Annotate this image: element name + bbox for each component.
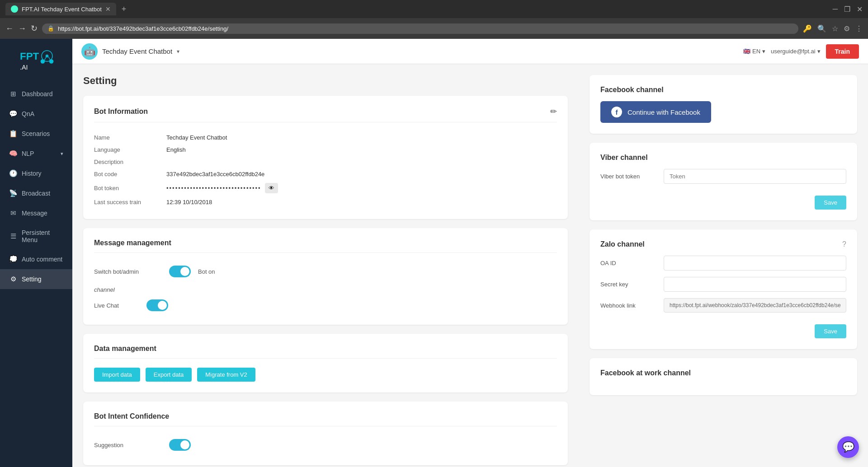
qna-icon: 💬 bbox=[9, 110, 17, 118]
sidebar-navigation: ⊞ Dashboard 💬 QnA 📋 Scenarios 🧠 NLP ▾ 🕐 … bbox=[0, 84, 72, 289]
suggestion-toggle[interactable] bbox=[169, 439, 191, 451]
sidebar-label-broadcast: Broadcast bbox=[22, 190, 50, 197]
chat-bubble-button[interactable]: 💬 bbox=[837, 436, 859, 458]
info-row-description: Description bbox=[94, 156, 557, 168]
suggestion-slider bbox=[169, 439, 191, 451]
close-button[interactable]: ✕ bbox=[857, 5, 863, 14]
zalo-oa-id-input[interactable] bbox=[664, 256, 846, 271]
sidebar-item-dashboard[interactable]: ⊞ Dashboard bbox=[0, 84, 72, 104]
suggestion-label: Suggestion bbox=[94, 442, 162, 448]
browser-tab[interactable]: FPT.AI Techday Event Chatbot ✕ bbox=[5, 3, 116, 15]
zalo-save-button[interactable]: Save bbox=[815, 324, 846, 338]
sidebar-item-setting[interactable]: ⚙ Setting bbox=[0, 269, 72, 289]
bot-dropdown-icon[interactable]: ▾ bbox=[177, 48, 179, 55]
sidebar-item-broadcast[interactable]: 📡 Broadcast bbox=[0, 183, 72, 203]
switch-toggle[interactable] bbox=[169, 266, 191, 277]
cast-icon[interactable]: 🔑 bbox=[803, 24, 812, 33]
language-selector[interactable]: 🇬🇧 EN ▾ bbox=[743, 48, 765, 55]
migrate-button[interactable]: Migrate from V2 bbox=[197, 368, 255, 382]
zalo-webhook-row: Webhook link bbox=[600, 298, 846, 313]
menu-icon[interactable]: ⋮ bbox=[855, 24, 863, 33]
user-account[interactable]: userguide@fpt.ai ▾ bbox=[771, 48, 820, 55]
bot-info-card: Bot Information ✏ Name Techday Event Cha… bbox=[83, 96, 568, 219]
svg-line-6 bbox=[44, 57, 47, 61]
new-tab-button[interactable]: + bbox=[122, 5, 127, 14]
export-data-button[interactable]: Export data bbox=[146, 368, 192, 382]
last-train-value: 12:39 10/10/2018 bbox=[166, 199, 212, 205]
switch-status: Bot on bbox=[198, 268, 215, 275]
sidebar-item-persistent-menu[interactable]: ☰ Persistent Menu bbox=[0, 223, 72, 249]
sidebar-item-message[interactable]: ✉ Message bbox=[0, 203, 72, 223]
live-chat-label: Live Chat bbox=[94, 302, 139, 309]
maximize-button[interactable]: ❐ bbox=[844, 5, 850, 14]
sidebar-item-scenarios[interactable]: 📋 Scenarios bbox=[0, 124, 72, 144]
sidebar-item-nlp[interactable]: 🧠 NLP ▾ bbox=[0, 144, 72, 163]
search-icon[interactable]: 🔍 bbox=[817, 24, 826, 33]
viber-channel-card: Viber channel Viber bot token Save bbox=[590, 143, 857, 220]
extension-icon[interactable]: ⚙ bbox=[844, 24, 850, 33]
chat-bubble-icon: 💬 bbox=[842, 441, 854, 453]
forward-button[interactable]: → bbox=[18, 24, 26, 33]
zalo-oa-id-label: OA ID bbox=[600, 260, 664, 266]
sidebar-label-qna: QnA bbox=[22, 110, 34, 117]
live-chat-toggle[interactable] bbox=[146, 299, 168, 311]
bookmark-icon[interactable]: ☆ bbox=[832, 24, 838, 33]
sidebar-item-auto-comment[interactable]: 💭 Auto comment bbox=[0, 249, 72, 269]
sidebar-label-dashboard: Dashboard bbox=[22, 90, 53, 98]
language-value: English bbox=[166, 146, 186, 153]
url-input[interactable] bbox=[58, 25, 793, 32]
data-buttons: Import data Export data Migrate from V2 bbox=[94, 368, 557, 382]
reload-button[interactable]: ↻ bbox=[31, 23, 38, 33]
bot-avatar: 🤖 bbox=[81, 43, 98, 60]
zalo-help-icon[interactable]: ? bbox=[842, 240, 846, 248]
svg-line-7 bbox=[48, 57, 51, 61]
lang-label: EN bbox=[752, 48, 760, 55]
svg-text:.AI: .AI bbox=[20, 64, 28, 71]
browser-tab-close[interactable]: ✕ bbox=[105, 5, 111, 13]
zalo-secret-key-input[interactable] bbox=[664, 277, 846, 292]
zalo-webhook-input[interactable] bbox=[664, 298, 846, 313]
browser-toolbar: ← → ↻ 🔒 🔑 🔍 ☆ ⚙ ⋮ bbox=[0, 18, 868, 39]
train-button[interactable]: Train bbox=[826, 44, 859, 59]
ssl-lock-icon: 🔒 bbox=[47, 25, 54, 32]
message-mgmt-header: Message management bbox=[94, 239, 557, 253]
continue-with-facebook-button[interactable]: f Continue with Facebook bbox=[600, 101, 711, 123]
edit-icon[interactable]: ✏ bbox=[550, 107, 557, 117]
viber-save-button[interactable]: Save bbox=[815, 196, 846, 210]
suggestion-toggle-row: Suggestion bbox=[94, 435, 557, 454]
browser-tab-favicon bbox=[11, 5, 18, 13]
name-label: Name bbox=[94, 134, 166, 141]
bot-code-value: 337e492bdec3af1e3cce6cb02ffdb24e bbox=[166, 171, 264, 177]
minimize-button[interactable]: ─ bbox=[833, 5, 838, 14]
persistent-menu-icon: ☰ bbox=[9, 232, 17, 240]
right-panel: Facebook channel f Continue with Faceboo… bbox=[579, 64, 868, 467]
switch-toggle-row: Switch bot/admin Bot on bbox=[94, 262, 557, 281]
zalo-oa-id-row: OA ID bbox=[600, 256, 846, 271]
broadcast-icon: 📡 bbox=[9, 189, 17, 197]
sidebar-label-message: Message bbox=[22, 210, 47, 217]
history-icon: 🕐 bbox=[9, 169, 17, 177]
page-title: Setting bbox=[83, 75, 568, 87]
address-bar[interactable]: 🔒 bbox=[42, 23, 798, 34]
sidebar-label-scenarios: Scenarios bbox=[22, 130, 50, 137]
main-content: Setting Bot Information ✏ Name Techday E… bbox=[72, 64, 868, 467]
back-button[interactable]: ← bbox=[5, 24, 14, 33]
import-data-button[interactable]: Import data bbox=[94, 368, 140, 382]
message-mgmt-title: Message management bbox=[94, 239, 171, 247]
facebook-at-work-title: Facebook at work channel bbox=[600, 369, 846, 377]
browser-titlebar: FPT.AI Techday Event Chatbot ✕ + ─ ❐ ✕ bbox=[0, 0, 868, 18]
channel-label: channel bbox=[94, 286, 557, 293]
sidebar-item-qna[interactable]: 💬 QnA bbox=[0, 104, 72, 124]
viber-token-input[interactable] bbox=[664, 169, 846, 184]
dashboard-icon: ⊞ bbox=[9, 90, 17, 98]
sidebar-item-history[interactable]: 🕐 History bbox=[0, 163, 72, 183]
facebook-btn-label: Continue with Facebook bbox=[627, 108, 700, 116]
svg-text:FPT: FPT bbox=[20, 51, 39, 62]
zalo-channel-card: Zalo channel ? OA ID Secret key Webhook … bbox=[590, 229, 857, 349]
token-visibility-button[interactable]: 👁 bbox=[265, 183, 278, 193]
viber-token-label: Viber bot token bbox=[600, 173, 664, 180]
sidebar-label-nlp: NLP bbox=[22, 150, 34, 157]
viber-token-row: Viber bot token bbox=[600, 169, 846, 184]
window-controls: ─ ❐ ✕ bbox=[833, 5, 863, 14]
info-row-name: Name Techday Event Chatbot bbox=[94, 131, 557, 144]
